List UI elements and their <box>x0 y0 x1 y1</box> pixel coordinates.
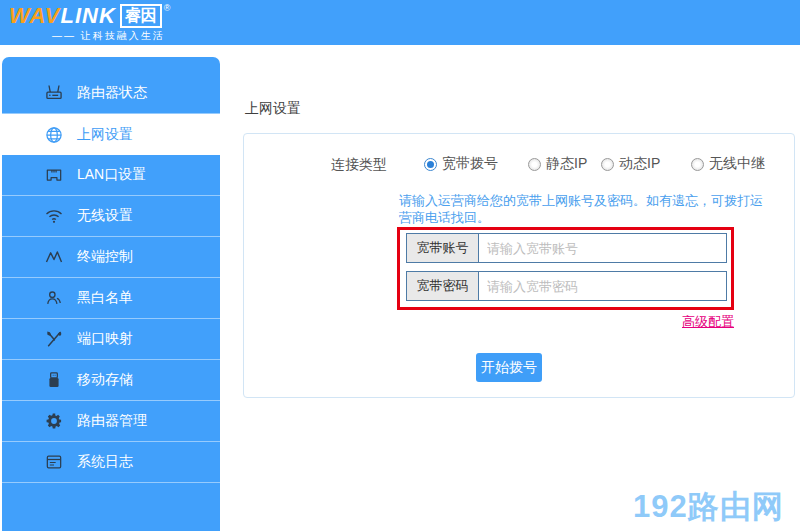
sidebar-item-label: 路由器状态 <box>77 84 147 102</box>
sidebar-item-router-status[interactable]: 路由器状态 <box>2 73 220 114</box>
sidebar-nav: 路由器状态 上网设置 LAN口设置 无线设置 终端控制 黑白名单 端口映射 移动… <box>2 57 220 531</box>
site-watermark: 192路由网 <box>633 486 784 528</box>
router-icon <box>44 83 64 103</box>
sidebar-item-label: 黑白名单 <box>77 289 133 307</box>
sidebar-item-label: 系统日志 <box>77 453 133 471</box>
brand-logo: WAV LINK 睿因 ® <box>9 3 170 29</box>
sidebar-item-label: 上网设置 <box>77 126 133 144</box>
sidebar-item-label: 终端控制 <box>77 248 133 266</box>
gear-icon <box>44 411 64 431</box>
connection-type-label: 连接类型 <box>331 156 387 174</box>
registered-mark: ® <box>164 3 171 13</box>
sidebar-item-label: 路由器管理 <box>77 412 147 430</box>
broadband-password-label: 宽带密码 <box>407 272 479 300</box>
radio-option-pppoe[interactable]: 宽带拨号 <box>424 155 498 173</box>
sidebar-item-system-log[interactable]: 系统日志 <box>2 442 220 483</box>
sidebar-item-label: 端口映射 <box>77 330 133 348</box>
sidebar-item-label: 移动存储 <box>77 371 133 389</box>
radio-option-label: 宽带拨号 <box>442 155 498 173</box>
header-bar: WAV LINK 睿因 ® —— 让科技融入生活 <box>0 0 800 45</box>
sidebar-item-wireless-setup[interactable]: 无线设置 <box>2 196 220 237</box>
radio-option-static-ip[interactable]: 静态IP <box>528 155 587 173</box>
radio-option-label: 静态IP <box>546 155 587 173</box>
broadband-account-input[interactable] <box>479 234 726 262</box>
globe-icon <box>44 125 64 145</box>
broadband-password-row: 宽带密码 <box>406 271 727 301</box>
radio-option-label: 动态IP <box>619 155 660 173</box>
advanced-config-wrap: 高级配置 <box>397 312 734 331</box>
sidebar-item-usb-storage[interactable]: 移动存储 <box>2 360 220 401</box>
devices-icon <box>44 247 64 267</box>
help-text-line1: 请输入运营商给您的宽带上网账号及密码。如有遗忘，可拨打运 <box>399 192 763 209</box>
user-icon <box>44 288 64 308</box>
brand-logo-cn: 睿因 <box>120 4 162 28</box>
radio-icon <box>528 158 541 171</box>
brand-logo-link: LINK <box>60 3 115 29</box>
radio-option-label: 无线中继 <box>709 155 765 173</box>
sidebar-item-router-management[interactable]: 路由器管理 <box>2 401 220 442</box>
radio-icon <box>601 158 614 171</box>
tutorial-annotation-box: 宽带账号 宽带密码 <box>397 227 734 310</box>
radio-option-dynamic-ip[interactable]: 动态IP <box>601 155 660 173</box>
sidebar-item-blacklist-whitelist[interactable]: 黑白名单 <box>2 278 220 319</box>
brand-tagline: —— 让科技融入生活 <box>52 29 165 43</box>
sidebar-item-port-mapping[interactable]: 端口映射 <box>2 319 220 360</box>
sidebar-item-label: LAN口设置 <box>77 166 146 184</box>
log-icon <box>44 452 64 472</box>
brand-logo-wav: WAV <box>9 3 60 29</box>
usb-icon <box>44 370 64 390</box>
radio-option-wireless-relay[interactable]: 无线中继 <box>691 155 765 173</box>
help-text-line2: 营商电话找回。 <box>399 209 763 226</box>
radio-icon <box>424 158 437 171</box>
wifi-icon <box>44 206 64 226</box>
start-dial-button[interactable]: 开始拨号 <box>476 353 542 382</box>
sidebar-item-lan-setup[interactable]: LAN口设置 <box>2 155 220 196</box>
sidebar-item-terminal-control[interactable]: 终端控制 <box>2 237 220 278</box>
broadband-help-text: 请输入运营商给您的宽带上网账号及密码。如有遗忘，可拨打运 营商电话找回。 <box>399 192 763 226</box>
broadband-password-input[interactable] <box>479 272 726 300</box>
page-title: 上网设置 <box>245 100 301 118</box>
broadband-account-row: 宽带账号 <box>406 233 727 263</box>
tools-icon <box>44 329 64 349</box>
advanced-config-link[interactable]: 高级配置 <box>682 314 734 329</box>
broadband-account-label: 宽带账号 <box>407 234 479 262</box>
sidebar-item-label: 无线设置 <box>77 207 133 225</box>
radio-icon <box>691 158 704 171</box>
sidebar-item-internet-setup[interactable]: 上网设置 <box>2 114 220 155</box>
internet-setup-panel: 连接类型 宽带拨号 静态IP 动态IP 无线中继 请输入运营商给您的宽带上网账号… <box>243 133 795 398</box>
lan-port-icon <box>44 165 64 185</box>
